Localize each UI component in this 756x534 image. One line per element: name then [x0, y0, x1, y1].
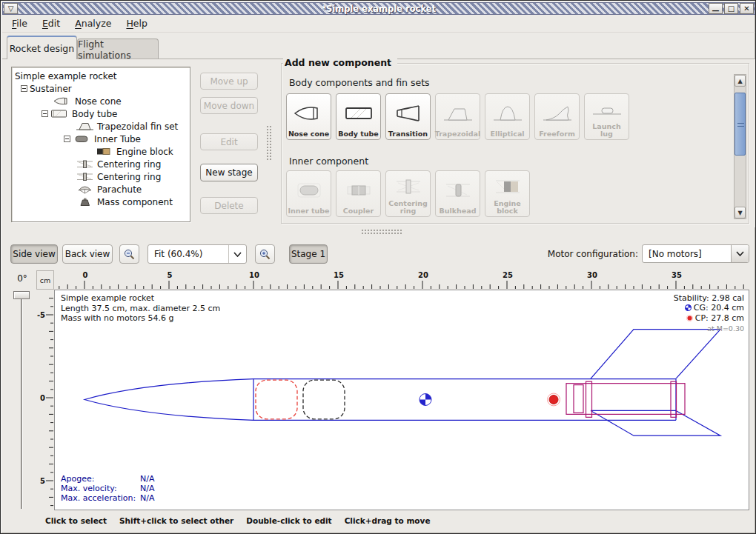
add-centering-ring-button[interactable]: Centering ring: [385, 170, 431, 217]
scrollbar-thumb[interactable]: [735, 93, 746, 156]
apogee-row: Apogee:N/A: [61, 474, 154, 484]
expander-minus-icon[interactable]: [42, 110, 48, 117]
tree-item-inner-tube[interactable]: Inner Tube: [12, 133, 190, 145]
centering-ring-icon: [76, 159, 95, 169]
svg-text:30: 30: [587, 271, 597, 279]
stage-1-label: Stage 1: [291, 249, 325, 259]
parachute-outline[interactable]: [256, 380, 297, 419]
tree-item-sustainer[interactable]: Sustainer: [12, 82, 190, 95]
engine-block-icon: [491, 173, 524, 200]
add-body-tube-button[interactable]: Body tube: [336, 93, 381, 140]
component-button-label: Coupler: [343, 207, 374, 215]
menu-file[interactable]: File: [5, 16, 34, 31]
component-button-label: Centering ring: [387, 200, 429, 215]
delete-button[interactable]: Delete: [200, 197, 258, 214]
add-launch-lug-button[interactable]: Launch lug: [584, 93, 629, 140]
maximize-button[interactable]: □: [724, 3, 738, 14]
tree-item-label: Centering ring: [97, 172, 161, 182]
status-bar: Click to select Shift+click to select ot…: [2, 512, 755, 530]
tree-item-parachute[interactable]: Parachute: [12, 183, 190, 196]
edit-button[interactable]: Edit: [200, 133, 258, 150]
close-button[interactable]: ✕: [740, 3, 754, 14]
add-bulkhead-button[interactable]: Bulkhead: [435, 170, 480, 217]
tab-rocket-design[interactable]: Rocket design: [7, 36, 77, 59]
scroll-down-icon[interactable]: ▼: [735, 207, 746, 218]
rocket-canvas[interactable]: Simple example rocket Length 37.5 cm, ma…: [54, 290, 749, 510]
rotation-slider-handle[interactable]: [13, 291, 30, 299]
back-view-label: Back view: [65, 249, 110, 259]
rocket-length-line: Length 37.5 cm, max. diameter 2.5 cm: [61, 304, 220, 314]
engine-block-outline[interactable]: [574, 385, 583, 413]
tree-item-label: Mass component: [97, 197, 173, 207]
menu-analyze[interactable]: Analyze: [68, 16, 118, 31]
component-button-label: Body tube: [338, 130, 379, 138]
motor-configuration-value: [No motors]: [643, 249, 731, 259]
new-stage-button[interactable]: New stage: [200, 164, 258, 181]
splitter-grip-icon: [361, 229, 402, 235]
tab-flight-simulations[interactable]: Flight simulations: [77, 39, 159, 59]
tree-item-centering-ring[interactable]: Centering ring: [12, 170, 190, 183]
thumb-grip-icon: [737, 123, 744, 127]
title-bar[interactable]: ▽ *Simple example rocket — □ ✕: [2, 2, 755, 15]
tree-item-centering-ring[interactable]: Centering ring: [12, 158, 190, 170]
elliptical-icon: [491, 96, 524, 130]
rotation-slider-track[interactable]: [21, 298, 23, 509]
tree-item-label: Engine block: [116, 147, 173, 157]
menu-bar: FileEditAnalyzeHelp: [2, 15, 755, 33]
zoom-select[interactable]: Fit (60.4%): [147, 244, 247, 264]
scroll-up-icon[interactable]: ▲: [735, 75, 746, 87]
mass-component-outline[interactable]: [303, 380, 345, 419]
component-button-label: Freeform: [539, 130, 575, 138]
add-transition-button[interactable]: Transition: [385, 93, 431, 140]
tree-item-simple-example-rocket[interactable]: Simple example rocket: [12, 70, 190, 82]
cg-value: CG: 20.4 cm: [694, 303, 744, 313]
side-view-button[interactable]: Side view: [10, 244, 58, 264]
menu-edit[interactable]: Edit: [36, 16, 67, 31]
tree-item-body-tube[interactable]: Body tube: [12, 107, 190, 120]
back-view-button[interactable]: Back view: [62, 244, 113, 264]
centering-ring-aft[interactable]: [671, 381, 677, 417]
svg-text:5: 5: [168, 271, 173, 279]
tree-item-label: Simple example rocket: [15, 71, 116, 81]
horizontal-splitter[interactable]: [2, 227, 755, 236]
centering-ring-fore[interactable]: [586, 381, 592, 417]
max-velocity-label: Max. velocity:: [61, 484, 140, 493]
component-tree[interactable]: Simple example rocketSustainerNose coneB…: [11, 67, 190, 222]
add-inner-tube-button[interactable]: Inner tube: [286, 170, 331, 217]
component-button-label: Engine block: [486, 200, 528, 215]
add-trapezoidal-button[interactable]: Trapezoidal: [435, 93, 480, 140]
move-up-button[interactable]: Move up: [200, 73, 258, 90]
add-engine-block-button[interactable]: Engine block: [485, 170, 530, 217]
fin-top[interactable]: [591, 330, 720, 379]
tree-item-mass-component[interactable]: Mass component: [12, 196, 190, 208]
zoom-out-button[interactable]: [119, 244, 139, 264]
add-nose-cone-button[interactable]: Nose cone: [286, 93, 331, 140]
cg-symbol: [420, 394, 431, 406]
engine-block-icon: [95, 147, 114, 156]
vertical-splitter[interactable]: [265, 124, 272, 161]
move-down-button[interactable]: Move down: [200, 97, 258, 114]
expander-minus-icon[interactable]: [21, 85, 27, 92]
new-stage-label: New stage: [205, 167, 252, 178]
tree-item-engine-block[interactable]: Engine block: [12, 145, 190, 158]
nose-cone-outline[interactable]: [84, 379, 253, 421]
component-scrollbar[interactable]: ▲ ▼: [734, 74, 746, 219]
tree-item-trapezoidal-fin-set[interactable]: Trapezoidal fin set: [12, 120, 190, 133]
svg-text:-5: -5: [37, 311, 45, 319]
mach-note: at M=0.30: [674, 324, 744, 333]
menu-help[interactable]: Help: [119, 16, 154, 31]
zoom-in-button[interactable]: [255, 244, 275, 264]
expander-minus-icon[interactable]: [64, 136, 70, 142]
inner-tube-outline[interactable]: [566, 384, 685, 415]
tree-item-nose-cone[interactable]: Nose cone: [12, 95, 190, 107]
minimize-button[interactable]: —: [709, 3, 723, 14]
add-freeform-button[interactable]: Freeform: [534, 93, 580, 140]
max-velocity-value: N/A: [140, 484, 154, 493]
motor-configuration-select[interactable]: [No motors]: [642, 244, 749, 263]
cg-legend-icon: [685, 304, 692, 313]
add-coupler-button[interactable]: Coupler: [336, 170, 381, 217]
add-elliptical-button[interactable]: Elliptical: [485, 93, 530, 140]
tab-label: Flight simulations: [78, 39, 158, 61]
stage-1-toggle[interactable]: Stage 1: [289, 244, 328, 264]
body-tube-icon: [50, 109, 70, 119]
